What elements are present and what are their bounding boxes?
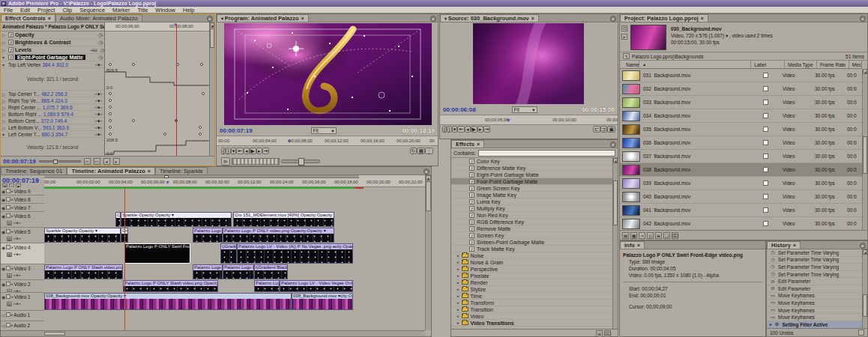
label-checkbox[interactable] — [763, 127, 768, 132]
icon-view-icon[interactable]: ▦ — [630, 232, 637, 239]
go-to-out-button[interactable]: ⇥ — [483, 126, 491, 133]
expand-icon[interactable]: ▸ — [457, 280, 459, 285]
expand-icon[interactable]: ▸ — [457, 267, 459, 271]
track-lock-toggle[interactable] — [6, 213, 10, 218]
expand-toggle-icon[interactable]: ▷ — [2, 98, 7, 103]
track-display-controls[interactable]: ▤ ◂◆▸ — [1, 235, 44, 242]
close-icon[interactable]: × — [793, 243, 796, 248]
playhead-marker-icon[interactable]: ▼ — [165, 180, 170, 185]
display-style-icon[interactable]: ▤ — [7, 237, 12, 241]
timeline-track-header[interactable]: ▸ Video 8 ▤ ◂◆▸ — [1, 195, 44, 204]
effect-item[interactable]: f Screen Key — [451, 232, 612, 239]
effect-folder[interactable]: ▸ Transition — [451, 306, 612, 313]
next-keyframe-icon[interactable]: ▸ — [113, 158, 120, 165]
track-display-controls[interactable]: ▤ ◂◆▸ — [1, 300, 44, 307]
find-icon[interactable]: ◎ — [647, 232, 654, 239]
go-to-in-button[interactable]: ⇤ — [457, 126, 465, 133]
stopwatch-icon[interactable]: ◷ — [98, 32, 103, 38]
expand-toggle-icon[interactable]: ▾ — [2, 132, 7, 137]
tab-program[interactable]: ▾ Program: Animated Palazzo× — [217, 14, 309, 22]
timeline-clip[interactable]: Cro 151_MDElement.mov [40%] Opacity:Opac… — [233, 212, 334, 227]
keyframe-marker[interactable] — [109, 133, 112, 136]
program-video[interactable] — [224, 23, 432, 125]
effect-row-brightness-contrast[interactable]: ▷f Brightness & Contrast ◷ — [1, 39, 104, 46]
close-icon[interactable]: × — [148, 168, 151, 174]
track-lock-toggle[interactable] — [6, 282, 10, 286]
track-output-toggle-icon[interactable] — [1, 188, 5, 195]
project-row[interactable]: 039_Background.mov Video 30.00 fps 00:0 — [620, 177, 862, 190]
timeline-track-header[interactable]: ▸ Video 7 ▤ ◂◆▸ — [1, 204, 44, 212]
history-item[interactable]: ▸ ◷ Set Parameter Time Varying — [767, 264, 862, 271]
set-out-button[interactable]: } — [447, 126, 451, 133]
track-display-controls[interactable]: ▤ ◂◆▸ — [1, 219, 44, 226]
keyframe-marker[interactable] — [200, 63, 203, 66]
keyframe-nav[interactable]: ◃◆▹ — [94, 125, 103, 130]
history-item[interactable]: ▸ ⊘ Setting Filter Active — [767, 321, 862, 328]
expand-icon[interactable]: ▸ — [457, 321, 459, 325]
loop-button[interactable]: ↻ — [410, 148, 418, 154]
track-keyframe-nav[interactable]: ◂◆▸ — [13, 252, 22, 256]
toggle-icon[interactable]: ▭ — [94, 158, 100, 165]
tab-timeline-sparkle[interactable]: Timeline: Sparkle — [155, 167, 208, 174]
timeline-clip[interactable]: Palazzo Logo P ONLY Slash video.png Opac… — [123, 280, 218, 292]
project-row[interactable]: 033_Background.mov Video 30.00 fps 00:0 — [620, 96, 862, 109]
param-x-value[interactable]: 593.1 — [43, 125, 55, 130]
automate-to-sequence-icon[interactable]: ⇒ — [639, 232, 645, 239]
program-ruler[interactable]: ▼ 00;0000;00;04;0000;00;08;0000;00;12;00… — [217, 136, 438, 146]
effect-folder[interactable]: ▸ Pixelate — [451, 273, 612, 279]
keyframe-marker[interactable] — [109, 119, 112, 122]
delete-icon[interactable]: ⌦ — [604, 330, 611, 337]
track-output-toggle-icon[interactable] — [1, 265, 5, 272]
effect-folder[interactable]: ▸ Noise — [451, 252, 612, 259]
label-checkbox[interactable] — [763, 113, 768, 118]
track-expand-icon[interactable]: ▸ — [11, 189, 13, 193]
label-checkbox[interactable] — [763, 207, 768, 213]
expand-toggle-icon[interactable]: ▷ — [2, 32, 7, 37]
expand-toggle-icon[interactable]: ▷ — [2, 105, 7, 110]
track-output-toggle-icon[interactable] — [1, 213, 5, 219]
keyframe-nav[interactable]: ◃◆▹ — [94, 91, 103, 96]
effect-item[interactable]: f Remove Matte — [451, 225, 612, 232]
column-media[interactable]: Mec — [849, 61, 862, 68]
expand-toggle-icon[interactable]: ▾ — [2, 55, 7, 60]
param-x-value[interactable]: 482.2 — [41, 91, 53, 97]
panel-menu-button[interactable]: ▸ — [610, 16, 616, 22]
track-expand-icon[interactable]: ▸ — [11, 266, 13, 270]
param-row-top-left-vertex[interactable]: ▾ Top Left Vertex 384.4 302.0 ◃◆▹ — [1, 61, 104, 68]
poster-frame-icon[interactable]: ⊡ — [621, 25, 627, 31]
close-icon[interactable]: × — [48, 16, 51, 21]
track-keyframe-nav[interactable]: ◂◆▸ — [13, 273, 22, 277]
expand-toggle-icon[interactable]: ▷ — [2, 40, 7, 45]
play-preview-icon[interactable]: ▸ — [621, 34, 627, 40]
effect-folder[interactable]: ▸ Transform — [451, 300, 612, 306]
step-back-button[interactable]: ◂ — [244, 148, 250, 154]
project-row[interactable]: 032_Background.mov Video 30.00 fps 00:0 — [620, 82, 862, 96]
toggle-take-button[interactable]: ▣ — [607, 126, 615, 133]
history-item[interactable]: ▸ ⊘ Edit Parameter — [767, 278, 862, 285]
history-item[interactable]: ▸ ▭ Move Keyframes — [767, 300, 862, 307]
track-output-toggle-icon[interactable] — [1, 228, 5, 235]
effect-item[interactable]: f Non Red Key — [451, 212, 612, 219]
track-output-toggle-icon[interactable] — [1, 312, 5, 318]
keyframe-marker-selected[interactable] — [175, 119, 178, 122]
keyframe-marker[interactable] — [199, 126, 202, 129]
effect-item[interactable]: f Luma Key — [451, 198, 612, 205]
menu-item[interactable]: File — [0, 7, 16, 13]
effects-scrollbar[interactable]: ▲ — [612, 158, 618, 329]
keyframe-marker[interactable] — [109, 126, 112, 129]
param-x-value[interactable]: 384.4 — [42, 62, 54, 67]
column-frame-rate[interactable]: Frame Rate — [817, 61, 849, 68]
effect-item[interactable]: f RGB Difference Key — [451, 219, 612, 225]
overlay-button[interactable]: ⊐ — [600, 126, 608, 133]
track-output-toggle-icon[interactable] — [1, 294, 5, 300]
track-keyframe-nav[interactable]: ◂◆▸ — [13, 302, 22, 306]
expand-toggle-icon[interactable]: ▾ — [2, 62, 7, 67]
effect-item[interactable]: f Color Key — [451, 158, 612, 165]
source-video[interactable] — [473, 23, 584, 104]
param-y-value[interactable]: 579.4 — [61, 112, 73, 117]
effect-folder[interactable]: ▸ Time — [451, 293, 612, 300]
label-checkbox[interactable] — [763, 167, 768, 172]
keyframe-nav[interactable]: ◃◆▹ — [94, 105, 103, 109]
close-icon[interactable]: × — [701, 16, 704, 21]
param-y-value[interactable]: 369.6 — [60, 105, 72, 110]
